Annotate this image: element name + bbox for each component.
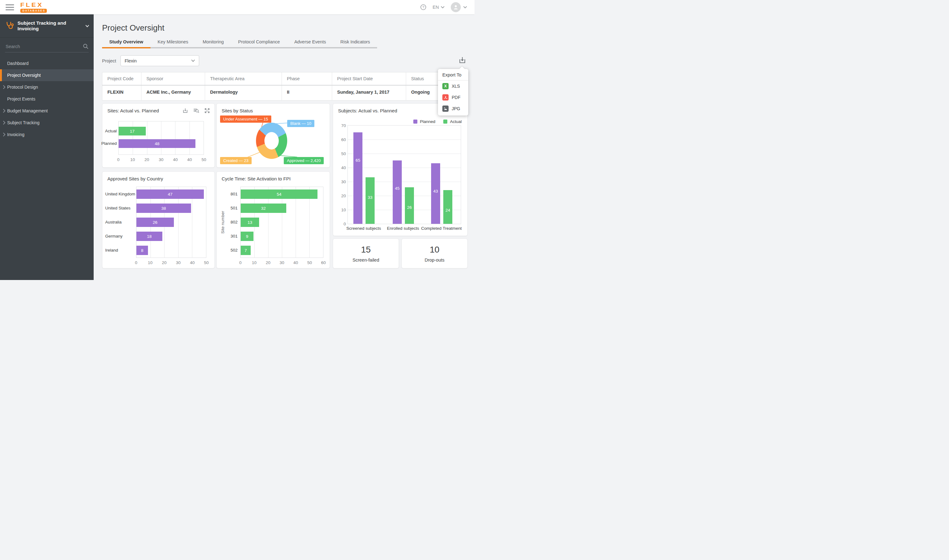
bar-actual-screened-subjects: 33 xyxy=(366,177,375,224)
sidebar-item-label: Subject Tracking xyxy=(7,120,40,125)
bar-category-label: 802 xyxy=(228,218,238,227)
tab-study-overview[interactable]: Study Overview xyxy=(102,39,151,48)
user-menu[interactable] xyxy=(451,2,467,12)
gridline xyxy=(161,122,161,154)
language-label: EN xyxy=(433,5,439,10)
tab-monitoring[interactable]: Monitoring xyxy=(195,39,231,48)
sidebar-item-label: Invoicing xyxy=(7,132,25,137)
x-tick: 50 xyxy=(307,260,312,265)
sidebar-search xyxy=(5,43,89,52)
tab-adverse-events[interactable]: Adverse Events xyxy=(287,39,334,48)
donut-label-blank: Blank — 10 xyxy=(287,120,314,127)
search-icon[interactable] xyxy=(83,43,89,49)
export-option-xls[interactable]: XXLS xyxy=(438,80,468,92)
export-menu-title: Export To xyxy=(438,69,468,80)
y-tick: 60 xyxy=(337,137,346,142)
x-tick: 10 xyxy=(148,260,152,265)
bar-category-label: 502 xyxy=(228,246,238,255)
stat-card-screen-failed: 15Screen-failed xyxy=(333,238,399,268)
bar-501: 32 xyxy=(241,203,286,213)
stat-value: 10 xyxy=(429,245,439,255)
tab-key-milestones[interactable]: Key Milestones xyxy=(151,39,195,48)
bar-ireland: 8 xyxy=(137,246,148,255)
menu-icon[interactable] xyxy=(6,5,14,10)
subjects-xaxis: Screened subjectsEnrolled subjectsComple… xyxy=(348,226,461,232)
stat-label: Screen-failed xyxy=(352,257,379,263)
bar-united-states: 38 xyxy=(137,203,191,213)
module-title: Subject Tracking and Invoicing xyxy=(17,20,82,32)
sidebar-item-label: Project Events xyxy=(7,97,35,102)
logo-word: FLEX xyxy=(20,2,43,8)
donut-hole xyxy=(265,132,279,149)
tab-risk-indicators[interactable]: Risk Indicators xyxy=(333,39,377,48)
help-icon[interactable]: ? xyxy=(420,4,426,10)
table-header-therapeutic-area: Therapeutic Area xyxy=(205,72,282,86)
search-input[interactable] xyxy=(5,44,83,49)
subjects-plot: 010203040506070654543332624 xyxy=(348,125,461,224)
x-tick: 40 xyxy=(294,260,298,265)
bar-category-label: Australia xyxy=(105,218,134,227)
bar-value-label: 24 xyxy=(443,208,452,212)
tab-protocol-compliance[interactable]: Protocol Compliance xyxy=(231,39,287,48)
sidebar-item-budget-management[interactable]: Budget Management xyxy=(0,105,94,117)
approved-sites-plot: 47United Kingdom38United States26Austral… xyxy=(136,187,206,258)
topbar-actions: ? EN xyxy=(420,2,467,12)
bar-502: 7 xyxy=(241,246,251,255)
donut-label-created: Created — 23 xyxy=(220,157,252,164)
chart-toolbar xyxy=(182,108,210,114)
chart-legend: PlannedActual xyxy=(413,119,462,124)
bar-category-label: United States xyxy=(105,203,134,213)
bar-category-label: 801 xyxy=(228,189,238,199)
table-header-phase: Phase xyxy=(282,72,332,86)
export-option-label: JPG xyxy=(452,106,460,111)
bar-value-label: 54 xyxy=(277,192,281,197)
x-tick: 0 xyxy=(239,260,241,265)
export-option-pdf[interactable]: PDF xyxy=(438,92,468,103)
table-header-project-code: Project Code xyxy=(102,72,142,86)
table-header-project-start-date: Project Start Date xyxy=(332,72,406,86)
bar-301: 9 xyxy=(241,232,254,241)
logo-badge: DATABASES xyxy=(20,9,47,13)
stat-card-drop-outs: 10Drop-outs xyxy=(401,238,468,268)
tab-bar: Study OverviewKey MilestonesMonitoringPr… xyxy=(102,39,377,48)
sidebar-item-project-oversight[interactable]: Project Oversight xyxy=(0,69,94,81)
module-switcher[interactable]: Subject Tracking and Invoicing xyxy=(0,14,94,38)
export-button[interactable] xyxy=(458,56,466,66)
gridline xyxy=(348,140,461,140)
gridline xyxy=(175,122,175,154)
table-cell-project-start-date: Sunday, January 1, 2017 xyxy=(332,85,406,100)
table-cell-project-code: FLEXIN xyxy=(102,85,142,100)
y-axis-label: Site number xyxy=(220,211,225,234)
expand-chart-icon[interactable] xyxy=(204,108,210,114)
dashboard-grid: Sites: Actual vs. Planned 17Actual48Plan… xyxy=(102,103,468,268)
x-category-label: Completed Treatment xyxy=(421,226,462,231)
chevron-down-icon xyxy=(441,6,445,8)
y-tick: 40 xyxy=(337,165,346,170)
sidebar-item-project-events[interactable]: Project Events xyxy=(0,93,94,105)
export-option-jpg[interactable]: JPG xyxy=(438,103,468,115)
sidebar-item-invoicing[interactable]: Invoicing xyxy=(0,129,94,140)
table-cell-therapeutic-area: Dermatology xyxy=(205,85,282,100)
x-category-label: Screened subjects xyxy=(346,226,381,231)
sidebar-item-subject-tracking[interactable]: Subject Tracking xyxy=(0,117,94,129)
language-switcher[interactable]: EN xyxy=(433,5,445,10)
sidebar-item-protocol-design[interactable]: Protocol Design xyxy=(0,81,94,93)
gridline xyxy=(348,154,461,154)
approved-sites-xaxis: 01020304050 xyxy=(136,260,206,266)
table-cell-phase: II xyxy=(282,85,332,100)
chevron-right-icon xyxy=(3,85,6,89)
sidebar-item-label: Protocol Design xyxy=(7,85,38,89)
sidebar: Subject Tracking and Invoicing Dashboard… xyxy=(0,14,94,280)
bar-actual: 17 xyxy=(118,127,146,135)
download-chart-icon[interactable] xyxy=(182,108,188,114)
card-sites-actual-vs-planned: Sites: Actual vs. Planned 17Actual48Plan… xyxy=(102,103,215,168)
y-tick: 70 xyxy=(337,123,346,128)
chart-details-icon[interactable] xyxy=(193,108,200,114)
bar-value-label: 26 xyxy=(153,220,157,225)
project-select[interactable]: Flexin xyxy=(120,55,199,66)
sidebar-item-dashboard[interactable]: Dashboard xyxy=(0,57,94,69)
filter-row: Project Flexin xyxy=(102,55,468,66)
x-tick: 0 xyxy=(135,260,137,265)
main-content: Project Oversight Study OverviewKey Mile… xyxy=(94,14,475,280)
cycle-time-plot: Site number 54801325011380293017502 xyxy=(240,187,323,258)
